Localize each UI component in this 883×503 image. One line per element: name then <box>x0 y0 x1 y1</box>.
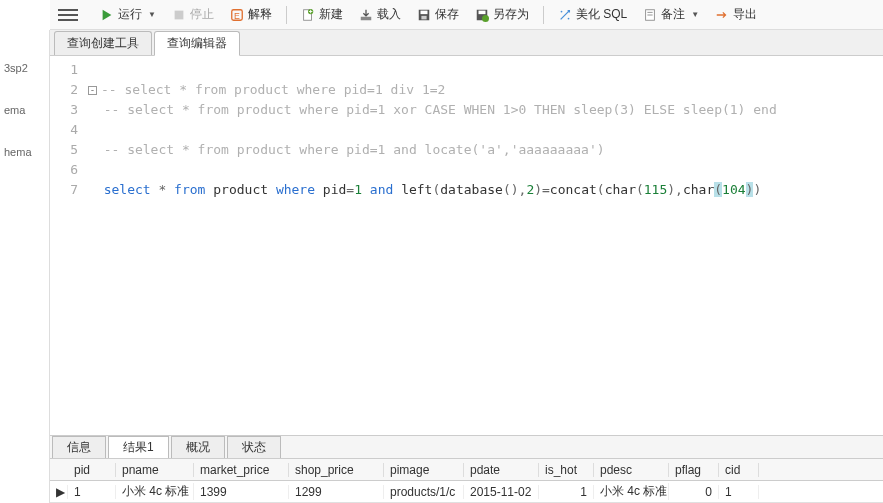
run-button[interactable]: 运行 ▼ <box>94 4 162 25</box>
line-gutter: 1234567 <box>50 56 84 435</box>
svg-marker-0 <box>103 9 112 20</box>
col-shop-price[interactable]: shop_price <box>289 463 384 477</box>
col-pname[interactable]: pname <box>116 463 194 477</box>
col-pimage[interactable]: pimage <box>384 463 464 477</box>
tab-info[interactable]: 信息 <box>52 436 106 458</box>
svg-rect-6 <box>361 16 372 20</box>
tab-status[interactable]: 状态 <box>227 436 281 458</box>
explain-button[interactable]: E 解释 <box>224 4 278 25</box>
remark-label: 备注 <box>661 6 685 23</box>
object-tree[interactable]: 3sp2 ema hema <box>0 30 50 503</box>
save-button[interactable]: 保存 <box>411 4 465 25</box>
tree-item[interactable]: hema <box>2 118 47 160</box>
load-button[interactable]: 载入 <box>353 4 407 25</box>
svg-text:E: E <box>234 10 240 20</box>
svg-point-12 <box>482 15 489 22</box>
tab-result1[interactable]: 结果1 <box>108 436 169 458</box>
svg-rect-8 <box>420 10 427 14</box>
menu-icon[interactable] <box>58 7 78 23</box>
table-row[interactable]: ▶ 1 小米 4c 标准 1399 1299 products/1/c 2015… <box>50 481 883 503</box>
svg-rect-11 <box>478 10 485 14</box>
explain-label: 解释 <box>248 6 272 23</box>
new-label: 新建 <box>319 6 343 23</box>
run-dropdown-icon: ▼ <box>148 10 156 19</box>
export-label: 导出 <box>733 6 757 23</box>
col-pflag[interactable]: pflag <box>669 463 719 477</box>
result-grid[interactable]: pid pname market_price shop_price pimage… <box>50 459 883 503</box>
svg-rect-9 <box>421 15 426 19</box>
stop-label: 停止 <box>190 6 214 23</box>
col-pid[interactable]: pid <box>68 463 116 477</box>
tab-query-editor[interactable]: 查询编辑器 <box>154 31 240 56</box>
new-button[interactable]: 新建 <box>295 4 349 25</box>
grid-header: pid pname market_price shop_price pimage… <box>50 459 883 481</box>
tree-item[interactable]: 3sp2 <box>2 34 47 76</box>
saveas-label: 另存为 <box>493 6 529 23</box>
remark-button[interactable]: 备注 ▼ <box>637 4 705 25</box>
fold-icon[interactable]: - <box>88 86 97 95</box>
sql-editor[interactable]: 1234567 --- select * from product where … <box>50 56 883 435</box>
svg-rect-1 <box>175 10 184 19</box>
svg-point-14 <box>568 17 570 19</box>
beautify-button[interactable]: 美化 SQL <box>552 4 633 25</box>
load-label: 载入 <box>377 6 401 23</box>
save-label: 保存 <box>435 6 459 23</box>
col-pdate[interactable]: pdate <box>464 463 539 477</box>
col-market-price[interactable]: market_price <box>194 463 289 477</box>
svg-point-13 <box>561 10 563 12</box>
col-pdesc[interactable]: pdesc <box>594 463 669 477</box>
stop-button: 停止 <box>166 4 220 25</box>
tab-overview[interactable]: 概况 <box>171 436 225 458</box>
beautify-label: 美化 SQL <box>576 6 627 23</box>
saveas-button[interactable]: 另存为 <box>469 4 535 25</box>
col-cid[interactable]: cid <box>719 463 759 477</box>
run-label: 运行 <box>118 6 142 23</box>
tree-item[interactable]: ema <box>2 76 47 118</box>
col-is-hot[interactable]: is_hot <box>539 463 594 477</box>
row-marker-icon: ▶ <box>50 485 68 499</box>
remark-dropdown-icon: ▼ <box>691 10 699 19</box>
export-button[interactable]: 导出 <box>709 4 763 25</box>
tab-query-builder[interactable]: 查询创建工具 <box>54 31 152 55</box>
